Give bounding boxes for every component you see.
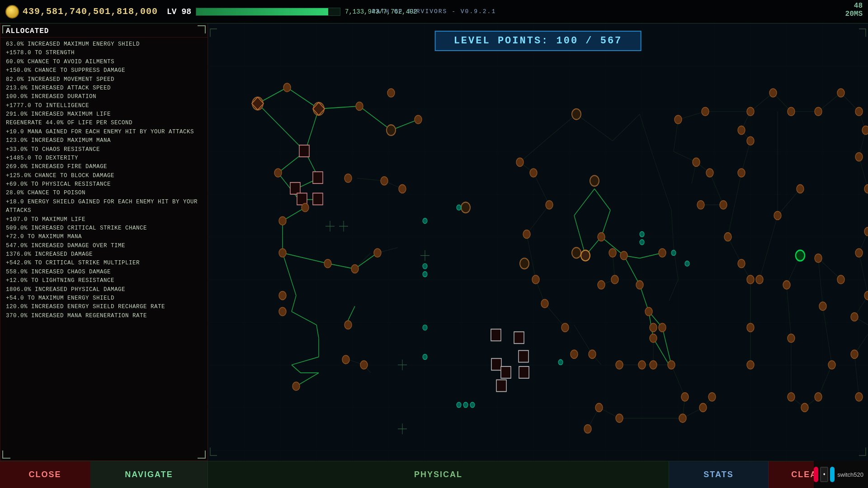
svg-point-228 (788, 334, 795, 343)
close-button[interactable]: CLOSE (0, 461, 90, 488)
svg-point-209 (851, 350, 858, 358)
svg-point-196 (788, 107, 795, 116)
svg-rect-124 (313, 172, 323, 183)
svg-rect-129 (514, 332, 524, 343)
svg-point-152 (324, 259, 331, 268)
svg-point-173 (638, 361, 646, 369)
svg-point-146 (387, 89, 395, 97)
svg-point-236 (650, 323, 657, 332)
svg-point-230 (801, 404, 808, 412)
fps-value: 48 (845, 2, 863, 10)
svg-point-161 (530, 169, 537, 177)
svg-point-243 (423, 263, 427, 269)
svg-point-175 (611, 275, 618, 284)
svg-rect-132 (501, 366, 511, 378)
svg-point-164 (532, 275, 539, 284)
svg-point-216 (738, 126, 745, 135)
stat-line: +1485.0 TO DEXTERITY (6, 154, 202, 163)
skill-tree-map[interactable]: LEVEL POINTS: 100 / 567 (208, 23, 868, 461)
ms-value: 20MS (845, 10, 863, 18)
stat-line: 1806.0% INCREASED PHYSICAL DAMAGE (6, 286, 202, 294)
svg-point-214 (720, 201, 727, 209)
svg-point-148 (302, 203, 309, 212)
stat-line: 1376.0% INCREASED DAMAGE (6, 250, 202, 259)
stat-line: +69.0% TO PHYSICAL RESISTANCE (6, 180, 202, 189)
svg-point-231 (815, 393, 822, 401)
svg-point-168 (381, 177, 388, 185)
xp-bar (196, 8, 340, 16)
svg-point-245 (457, 402, 461, 408)
svg-point-158 (360, 361, 368, 369)
svg-point-244 (423, 272, 427, 277)
svg-point-177 (581, 250, 590, 261)
svg-point-233 (819, 302, 826, 310)
svg-point-250 (640, 239, 644, 245)
xp-bar-fill (196, 8, 328, 15)
physical-button[interactable]: PHYSICAL (208, 461, 669, 488)
svg-rect-123 (299, 145, 309, 157)
svg-point-189 (584, 425, 591, 433)
svg-point-218 (738, 169, 745, 177)
svg-rect-125 (290, 183, 300, 194)
svg-point-213 (706, 169, 713, 177)
svg-point-153 (351, 265, 359, 273)
svg-point-201 (855, 153, 863, 161)
svg-point-155 (279, 307, 286, 316)
svg-point-171 (589, 350, 596, 358)
navigate-button[interactable]: NAVIGATE (90, 461, 208, 488)
svg-rect-134 (496, 380, 506, 392)
svg-point-139 (572, 109, 581, 120)
svg-point-248 (558, 360, 563, 365)
svg-point-211 (675, 115, 682, 124)
svg-point-149 (279, 216, 286, 225)
svg-point-193 (702, 107, 709, 116)
stat-line: 60.0% CHANCE TO AVOID AILMENTS (6, 58, 202, 66)
game-title: PATH OF SURVIVORS - V0.9.2.1 (372, 8, 496, 15)
svg-point-223 (747, 361, 754, 369)
svg-point-235 (837, 275, 844, 284)
svg-point-219 (724, 233, 731, 241)
svg-point-184 (650, 334, 657, 343)
stat-line: +542.0% TO CRITICAL STRIKE MULTIPLIER (6, 259, 202, 267)
stats-button[interactable]: STATS (669, 461, 769, 488)
svg-point-199 (855, 107, 863, 116)
svg-rect-130 (519, 351, 528, 362)
svg-point-192 (708, 393, 716, 401)
svg-point-156 (344, 321, 352, 329)
stat-line: +150.0% CHANCE TO SUPPRESS DAMAGE (6, 66, 202, 75)
svg-rect-133 (519, 366, 529, 378)
svg-point-232 (828, 361, 835, 369)
svg-point-180 (636, 281, 643, 289)
svg-point-252 (685, 261, 689, 266)
svg-point-185 (668, 361, 675, 369)
svg-point-238 (796, 250, 805, 261)
svg-point-188 (616, 414, 623, 422)
top-bar: 439,581,740,501,818,000 LV 98 7,133,943/… (0, 0, 868, 23)
stats-list[interactable]: 63.0% INCREASED MAXIMUM ENERGY SHIELD+15… (0, 38, 208, 458)
svg-point-239 (423, 218, 427, 224)
svg-point-207 (851, 313, 858, 321)
svg-rect-131 (491, 358, 501, 370)
svg-point-247 (470, 402, 475, 408)
svg-point-251 (671, 250, 676, 256)
svg-point-182 (659, 323, 666, 332)
svg-point-141 (461, 202, 470, 213)
svg-point-160 (516, 158, 524, 166)
svg-rect-128 (491, 329, 501, 341)
svg-point-225 (797, 185, 804, 193)
svg-point-137 (387, 125, 396, 136)
stat-line: 82.0% INCREASED MOVEMENT SPEED (6, 75, 202, 84)
svg-point-224 (774, 211, 781, 220)
svg-point-140 (572, 248, 581, 258)
stat-line: REGENERATE 44.0% OF LIFE PER SECOND (6, 119, 202, 127)
switch-body: ♦ (820, 467, 828, 482)
level-badge: LV 98 (167, 7, 191, 16)
stat-line: 509.0% INCREASED CRITICAL STRIKE CHANCE (6, 224, 202, 233)
svg-point-221 (747, 275, 754, 284)
stat-line: +125.0% CHANCE TO BLOCK DAMAGE (6, 172, 202, 180)
svg-point-162 (546, 201, 553, 209)
level-points-banner: LEVEL POINTS: 100 / 567 (435, 31, 642, 51)
svg-point-150 (279, 249, 286, 257)
fps-counter: 48 20MS (845, 2, 863, 18)
svg-point-165 (541, 299, 548, 308)
